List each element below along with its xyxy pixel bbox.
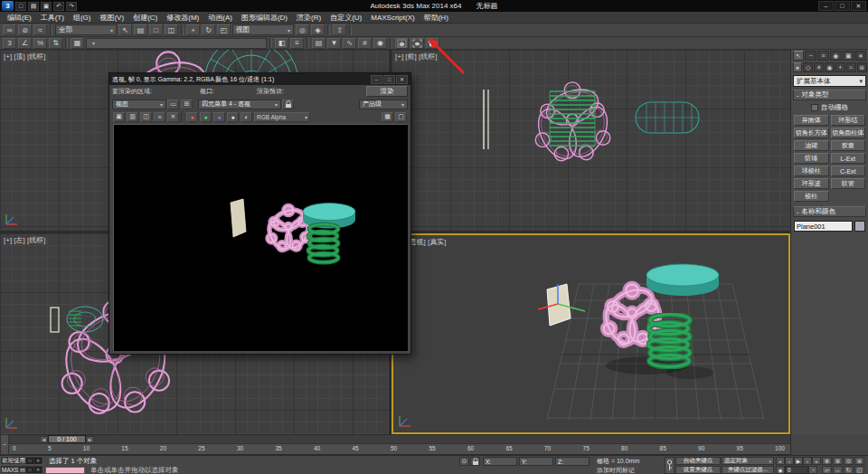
menu-item[interactable]: 渲染(R): [292, 12, 326, 23]
tab-create[interactable]: ↖: [793, 51, 805, 61]
select-by-name-icon[interactable]: ▤: [134, 24, 147, 35]
time-slider-handle[interactable]: ◄ 0 / 100 ►: [40, 435, 94, 443]
ribbon-toggle-icon[interactable]: ▼: [327, 38, 341, 49]
macro-recorder-strip[interactable]: [45, 467, 85, 474]
monochrome-icon[interactable]: ◐: [241, 112, 252, 122]
rectangular-selection-region-icon[interactable]: □: [149, 24, 163, 35]
rendered-frame-window-button[interactable]: [410, 38, 424, 49]
viewport-front[interactable]: [+] [前] [线框]: [392, 50, 790, 231]
go-to-end-button[interactable]: »: [812, 457, 821, 465]
hose-object-front-view[interactable]: [547, 90, 598, 147]
object-type-button[interactable]: 异面体: [794, 115, 829, 126]
close-window-icon[interactable]: ✕: [34, 458, 42, 464]
object-type-button[interactable]: 环形结: [831, 115, 866, 126]
mirror-icon[interactable]: ◧: [275, 38, 288, 49]
object-type-button[interactable]: 软管: [831, 178, 866, 189]
clear-image-icon[interactable]: ✕: [167, 112, 179, 122]
clone-rendered-frame-window-icon[interactable]: ◫: [140, 112, 152, 122]
selection-filter-dropdown[interactable]: 全部: [55, 24, 117, 35]
next-frame-button[interactable]: ›: [803, 457, 812, 465]
object-type-button[interactable]: 胶囊: [831, 140, 866, 151]
object-name-input[interactable]: [794, 221, 853, 232]
schematic-view-icon[interactable]: #: [358, 38, 372, 49]
layer-manager-icon[interactable]: ▤: [312, 38, 326, 49]
bind-to-space-warp-icon[interactable]: ≈: [33, 24, 47, 35]
unlink-selection-icon[interactable]: ⊘: [18, 24, 32, 35]
viewport-perspective-active[interactable]: [+] [透视] [真实]: [392, 233, 790, 434]
toggle-ui-overlays-icon[interactable]: ▦: [382, 112, 393, 122]
percent-snap-icon[interactable]: %: [33, 38, 47, 49]
edit-region-icon[interactable]: ▭: [167, 100, 179, 109]
selected-filter-dropdown[interactable]: 选定对象: [722, 457, 774, 465]
plane-object-left-view[interactable]: [49, 306, 61, 335]
object-type-button[interactable]: 球棱柱: [794, 166, 829, 176]
menu-item[interactable]: 编辑(E): [3, 12, 36, 23]
save-image-icon[interactable]: ▣: [113, 112, 125, 122]
object-color-swatch[interactable]: [854, 221, 865, 232]
restore-window-icon[interactable]: □: [26, 458, 33, 464]
menu-item[interactable]: 自定义(U): [326, 12, 366, 23]
green-channel-icon[interactable]: ●: [200, 112, 212, 122]
go-to-start-button[interactable]: «: [776, 457, 785, 465]
save-file-icon[interactable]: ▣: [41, 2, 52, 11]
set-keys-button[interactable]: [665, 457, 675, 474]
x-coordinate-field[interactable]: X:: [483, 457, 517, 466]
spinner-snap-icon[interactable]: ⇅: [49, 38, 62, 49]
viewport-label[interactable]: [+] [顶] [线框]: [4, 52, 45, 62]
menu-item[interactable]: 创建(C): [128, 12, 162, 23]
previous-frame-arrow[interactable]: ◄: [40, 436, 48, 443]
select-and-link-icon[interactable]: ∞: [3, 24, 16, 35]
select-and-manipulate-icon[interactable]: ◈: [311, 24, 325, 35]
pan-icon[interactable]: ↔: [833, 466, 843, 474]
object-type-button[interactable]: 切角圆柱体: [831, 128, 866, 138]
close-button[interactable]: ✕: [851, 1, 866, 11]
edit-named-selection-sets-icon[interactable]: ▦: [71, 38, 84, 49]
subtab-cameras[interactable]: ◉: [825, 62, 835, 72]
select-object-icon[interactable]: ↖: [118, 24, 132, 35]
subtab-systems[interactable]: ⊛: [857, 62, 867, 72]
application-menu-button[interactable]: 3: [2, 1, 14, 11]
zoom-extents-all-icon[interactable]: ⊚: [854, 457, 864, 465]
viewport-dropdown[interactable]: 四元菜单 4 - 透视: [198, 100, 281, 109]
object-type-button[interactable]: L-Ext: [831, 153, 866, 164]
rfw-maximize-button[interactable]: □: [383, 75, 395, 84]
viewport-label[interactable]: [+] [左] [线框]: [4, 235, 45, 245]
tab-hierarchy[interactable]: ≡: [817, 51, 829, 61]
channel-display-dropdown[interactable]: RGB Alpha: [254, 112, 310, 122]
plane-object-front-view[interactable]: [482, 88, 491, 151]
isolate-selection-icon[interactable]: ⊙: [459, 457, 469, 466]
auto-key-toggle-button[interactable]: 自动关键点: [675, 457, 721, 465]
restore-window-icon[interactable]: □: [26, 467, 33, 473]
open-mini-curve-editor-button[interactable]: ~: [0, 434, 9, 455]
maximize-viewport-toggle-icon[interactable]: ◱: [854, 466, 864, 474]
y-coordinate-field[interactable]: Y:: [519, 457, 553, 466]
select-and-rotate-icon[interactable]: ↻: [202, 24, 215, 35]
zoom-icon[interactable]: ⊕: [822, 457, 832, 465]
print-image-icon[interactable]: ≡: [154, 112, 165, 122]
copy-image-icon[interactable]: ▥: [127, 112, 138, 122]
play-button[interactable]: ▶: [794, 457, 803, 465]
angle-snap-icon[interactable]: ∠: [18, 38, 32, 49]
object-type-button[interactable]: 棱柱: [794, 191, 829, 202]
time-slider[interactable]: ◄ 0 / 100 ►: [9, 434, 790, 443]
tab-display[interactable]: ▣: [843, 51, 854, 61]
use-pivot-point-center-icon[interactable]: ◎: [296, 24, 309, 35]
menu-item[interactable]: 视图(V): [95, 12, 128, 23]
menu-item[interactable]: 动画(A): [203, 12, 237, 23]
select-and-move-icon[interactable]: +: [186, 24, 200, 35]
menu-item[interactable]: 工具(T): [36, 12, 69, 23]
current-frame-indicator[interactable]: 0 / 100: [48, 435, 86, 443]
maxscript-listener-minimized-bar[interactable]: MAXS m □ ✕: [0, 465, 43, 474]
render-button[interactable]: 渲染: [366, 86, 408, 97]
tab-modify[interactable]: ~: [805, 51, 816, 61]
time-configuration-button[interactable]: ◔: [808, 466, 817, 474]
viewport-label[interactable]: [+] [前] [线框]: [395, 52, 437, 62]
align-icon[interactable]: ≡: [290, 38, 304, 49]
menu-item[interactable]: 图形编辑器(D): [237, 12, 292, 23]
reference-coordinate-system-dropdown[interactable]: 视图: [232, 24, 294, 35]
key-filters-button[interactable]: 关键点过滤器...: [722, 466, 774, 474]
named-selection-sets-dropdown[interactable]: [86, 38, 267, 49]
curve-editor-icon[interactable]: ∿: [343, 38, 356, 49]
spring-disc-left-view[interactable]: [63, 304, 105, 337]
toggle-ui-icon[interactable]: ▢: [395, 112, 407, 122]
